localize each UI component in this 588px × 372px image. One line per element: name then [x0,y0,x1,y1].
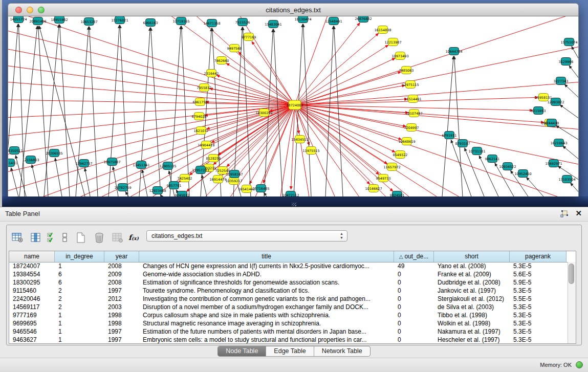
select-attributes-button[interactable] [47,230,57,245]
graph-node[interactable]: 15434511 [291,136,308,143]
table-cell-pagerank[interactable]: 5.3E-5 [510,312,567,320]
graph-node[interactable]: 9824501 [390,191,405,197]
table-cell-short[interactable]: Nakamura et al. (1997) [434,328,510,336]
graph-node[interactable]: 18350511 [8,147,23,155]
table-cell-title[interactable]: Estimation of significance thresholds fo… [139,279,394,287]
graph-node[interactable]: 9857791 [167,182,182,189]
graph-node[interactable]: 18724007 [286,100,303,110]
graph-node[interactable]: 10731181 [468,147,485,155]
table-cell-in-degree[interactable]: 2 [55,287,104,295]
table-cell-name[interactable]: 22420046 [9,295,55,303]
table-cell-pagerank[interactable]: 5.3E-5 [510,262,567,271]
table-cell-name[interactable]: 9115460 [9,287,55,295]
vertical-scrollbar[interactable] [568,262,576,343]
table-row[interactable]: 977716911998Corpus callosum shape and si… [9,312,576,320]
table-cell-pagerank[interactable]: 5.3E-5 [510,320,567,328]
graph-node[interactable]: 6961758 [193,98,208,106]
graph-node[interactable]: 7955812 [197,84,212,92]
table-select-dropdown[interactable]: citations_edges.txt ▲▼ [146,230,347,242]
table-row[interactable]: 1456911722003Disruption of a novel membe… [9,303,576,312]
table-cell-out-degree[interactable]: 0 [394,287,434,295]
table-cell-pagerank[interactable]: 5.9E-5 [510,279,567,287]
graph-node[interactable]: 12213987 [384,38,401,46]
table-row[interactable]: 969969511998Structural magnetic resonanc… [9,320,576,328]
column-header-year[interactable]: year [104,251,139,262]
graph-node[interactable]: 7462660 [214,57,229,64]
graph-node[interactable]: 16154838 [374,26,391,34]
graph-node[interactable]: 9151411 [8,159,17,167]
graph-node[interactable]: 7204997 [404,124,419,132]
table-row[interactable]: 946554611997Estimation of the future num… [9,328,576,336]
table-cell-out-degree[interactable]: 0 [394,271,434,279]
graph-node[interactable]: 12975115 [402,81,419,89]
table-cell-out-degree[interactable]: 0 [394,336,434,344]
graph-node[interactable]: 12923448 [149,187,166,194]
graph-node[interactable]: 9862141 [485,155,500,163]
graph-node[interactable]: 12905135 [159,162,176,170]
tab-edge-table[interactable]: Edge Table [266,346,314,356]
show-column-button[interactable] [28,230,43,245]
graph-node[interactable]: 9549733 [376,174,391,182]
graph-node[interactable]: 11451341 [133,161,149,169]
table-cell-year[interactable]: 1998 [104,312,139,320]
graph-node[interactable]: 3129966 [559,58,574,65]
row-options-button[interactable] [60,230,70,245]
graph-node[interactable]: 16914479 [209,176,226,183]
table-cell-name[interactable]: 14569117 [9,303,55,312]
table-cell-title[interactable]: Embryonic stem cells: a model to study s… [139,336,394,344]
table-cell-in-degree[interactable]: 1 [55,328,104,336]
tab-network-table[interactable]: Network Table [314,346,370,356]
graph-node[interactable]: 16210643 [550,139,567,147]
graph-node[interactable]: 15483041 [265,20,281,28]
table-cell-year[interactable]: 2012 [104,295,139,303]
table-row[interactable]: 1938455462009Genome-wide association stu… [9,271,576,279]
graph-node[interactable]: 14055724 [10,16,27,23]
table-cell-pagerank[interactable]: 5.3E-5 [510,287,567,295]
graph-node[interactable]: 10952450 [514,170,531,178]
table-cell-name[interactable]: 9699695 [9,320,55,328]
graph-node[interactable]: 7425402 [178,174,192,182]
table-options-button[interactable] [10,230,25,245]
table-cell-in-degree[interactable]: 1 [55,320,104,328]
table-cell-out-degree[interactable]: 0 [394,279,434,287]
table-row[interactable]: 911546021997Tourette syndrome. Phenomeno… [9,287,576,295]
column-header-short[interactable]: short [434,251,510,262]
graph-node[interactable]: 20206535 [46,149,62,157]
table-cell-title[interactable]: Structural magnetic resonance image aver… [139,320,394,328]
table-cell-title[interactable]: Genome-wide association studies in ADHD. [139,271,394,279]
table-cell-year[interactable]: 1998 [104,320,139,328]
graph-node[interactable]: 12156803 [22,156,39,164]
graph-node[interactable]: 20891406 [29,17,46,25]
table-cell-out-degree[interactable]: 0 [394,303,434,312]
table-cell-pagerank[interactable]: 5.5E-5 [510,295,567,303]
table-cell-name[interactable]: 9465546 [9,328,55,336]
graph-node[interactable]: 8215953 [531,107,546,115]
graph-node[interactable]: 12548491 [325,17,342,25]
table-cell-short[interactable]: Dudbridge et al. (2008) [434,279,510,287]
table-cell-out-degree[interactable]: 0 [394,312,434,320]
delete-table-button[interactable] [92,230,107,245]
table-cell-title[interactable]: Disruption of a novel member of a sodium… [139,303,394,312]
graph-node[interactable]: 17103504 [558,176,575,183]
graph-node[interactable]: 9245012 [175,191,190,197]
graph-node[interactable]: 7485063 [399,67,414,74]
table-cell-pagerank[interactable]: 5.3E-5 [510,328,567,336]
graph-node[interactable]: 10934522 [499,163,516,170]
table-cell-short[interactable]: Wolkin et al. (1998) [434,320,510,328]
graph-node[interactable]: 14671358 [203,19,220,27]
graph-node[interactable]: 18955982 [51,16,68,24]
table-cell-title[interactable]: Changes of HCN gene expression and I(f) … [139,262,394,271]
table-cell-short[interactable]: de Silva et al. (2003) [434,303,510,312]
table-row[interactable]: 1830029562008Estimation of significance … [9,279,576,287]
graph-node[interactable]: 10472112 [282,191,299,197]
graph-node[interactable]: 6794028 [192,113,207,120]
column-header-pagerank[interactable]: pagerank [510,251,567,262]
table-cell-year[interactable]: 2008 [104,279,139,287]
function-builder-button[interactable]: f(x) [128,230,139,245]
table-cell-pagerank[interactable]: 5.3E-5 [510,303,567,312]
graph-node[interactable]: 6966163 [143,19,158,27]
graph-node[interactable]: 7515526 [235,18,250,26]
graph-node[interactable]: 10719165 [172,17,189,25]
graph-node[interactable]: 11975515 [302,147,319,155]
new-table-button[interactable] [73,230,89,245]
